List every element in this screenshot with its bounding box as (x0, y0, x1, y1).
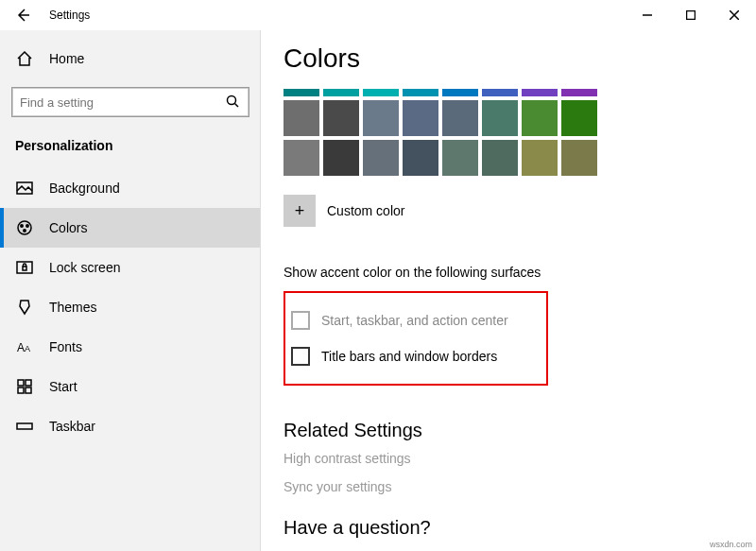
color-swatch[interactable] (442, 140, 478, 176)
color-swatch[interactable] (403, 100, 438, 136)
color-swatch[interactable] (522, 100, 558, 136)
question-title: Have a question? (284, 517, 756, 539)
lock-screen-icon (15, 258, 34, 277)
svg-point-1 (228, 96, 236, 105)
custom-color-button[interactable]: + (284, 195, 316, 227)
color-strip-swatch[interactable] (561, 89, 597, 96)
nav-label: Taskbar (49, 419, 95, 434)
color-swatch[interactable] (561, 100, 597, 136)
color-swatch[interactable] (442, 100, 478, 136)
color-swatch[interactable] (323, 140, 359, 176)
svg-point-4 (21, 225, 23, 227)
home-icon (15, 49, 34, 68)
watermark: wsxdn.com (710, 540, 752, 549)
svg-text:A: A (17, 341, 25, 354)
svg-rect-13 (18, 387, 24, 393)
checkbox-start-taskbar[interactable] (291, 311, 310, 330)
nav-label: Fonts (49, 339, 82, 354)
link-sync-settings[interactable]: Sync your settings (284, 479, 756, 494)
color-strip-swatch[interactable] (522, 89, 558, 96)
svg-rect-0 (687, 11, 696, 20)
arrow-left-icon (15, 8, 30, 23)
content-area: Colors + Custom color Show accent color … (261, 30, 756, 551)
fonts-icon: AA (15, 337, 34, 356)
color-strip-swatch[interactable] (442, 89, 478, 96)
window-title: Settings (49, 9, 90, 22)
color-swatch[interactable] (284, 140, 319, 176)
nav-lock-screen[interactable]: Lock screen (0, 248, 261, 287)
color-strip-swatch[interactable] (284, 89, 319, 96)
color-swatch[interactable] (403, 140, 438, 176)
sidebar: Home Personalization Background Colors L… (0, 30, 261, 551)
close-icon (730, 10, 739, 20)
maximize-button[interactable] (669, 0, 713, 30)
color-strip-swatch[interactable] (403, 89, 438, 96)
color-row-2 (284, 140, 756, 176)
color-swatch[interactable] (323, 100, 359, 136)
checkbox-row-titlebars: Title bars and window borders (291, 338, 508, 374)
color-strip-swatch[interactable] (482, 89, 518, 96)
category-header: Personalization (0, 132, 261, 168)
svg-text:A: A (25, 344, 30, 353)
color-swatch[interactable] (522, 140, 558, 176)
link-high-contrast[interactable]: High contrast settings (284, 451, 756, 466)
nav-taskbar[interactable]: Taskbar (0, 406, 261, 446)
svg-rect-12 (26, 380, 31, 386)
search-icon (226, 95, 241, 110)
minimize-icon (643, 10, 652, 20)
related-settings-title: Related Settings (284, 420, 756, 441)
search-box[interactable] (11, 87, 249, 117)
maximize-icon (686, 10, 696, 20)
color-row-1 (284, 100, 756, 136)
nav-fonts[interactable]: AA Fonts (0, 327, 261, 367)
window-controls (626, 0, 756, 30)
svg-rect-14 (26, 387, 31, 393)
nav-label: Lock screen (49, 260, 120, 275)
taskbar-icon (15, 417, 34, 436)
start-icon (15, 377, 34, 396)
color-swatch[interactable] (363, 140, 399, 176)
custom-color-row: + Custom color (284, 195, 756, 227)
plus-icon: + (295, 201, 305, 221)
nav-label: Colors (49, 220, 87, 235)
themes-icon (15, 298, 34, 317)
titlebar: Settings (0, 0, 756, 30)
checkbox-label: Title bars and window borders (321, 349, 497, 364)
surfaces-label: Show accent color on the following surfa… (284, 265, 756, 280)
svg-rect-11 (18, 380, 24, 386)
color-strip (284, 89, 756, 96)
nav-colors[interactable]: Colors (0, 208, 261, 248)
home-label: Home (49, 51, 84, 66)
nav-themes[interactable]: Themes (0, 287, 261, 327)
annotation-highlight: Start, taskbar, and action center Title … (284, 291, 548, 386)
color-swatch[interactable] (482, 140, 518, 176)
svg-rect-8 (23, 267, 26, 270)
nav-label: Start (49, 379, 77, 394)
back-button[interactable] (8, 0, 38, 30)
color-swatch[interactable] (284, 100, 319, 136)
color-swatch[interactable] (561, 140, 597, 176)
nav-start[interactable]: Start (0, 367, 261, 406)
minimize-button[interactable] (626, 0, 669, 30)
nav-background[interactable]: Background (0, 168, 261, 208)
search-input[interactable] (20, 95, 226, 110)
page-title: Colors (284, 43, 756, 74)
color-strip-swatch[interactable] (363, 89, 399, 96)
checkbox-label: Start, taskbar, and action center (321, 313, 508, 328)
nav-label: Themes (49, 300, 97, 315)
checkbox-title-bars[interactable] (291, 347, 310, 366)
svg-point-5 (26, 225, 28, 227)
svg-rect-15 (17, 423, 32, 429)
colors-icon (15, 218, 34, 237)
color-swatch[interactable] (363, 100, 399, 136)
svg-point-6 (24, 230, 26, 232)
color-strip-swatch[interactable] (323, 89, 359, 96)
background-icon (15, 179, 34, 198)
custom-color-label: Custom color (327, 203, 404, 218)
home-nav[interactable]: Home (0, 40, 261, 77)
close-button[interactable] (713, 0, 756, 30)
checkbox-row-start: Start, taskbar, and action center (291, 302, 508, 338)
nav-label: Background (49, 181, 120, 196)
color-swatch[interactable] (482, 100, 518, 136)
